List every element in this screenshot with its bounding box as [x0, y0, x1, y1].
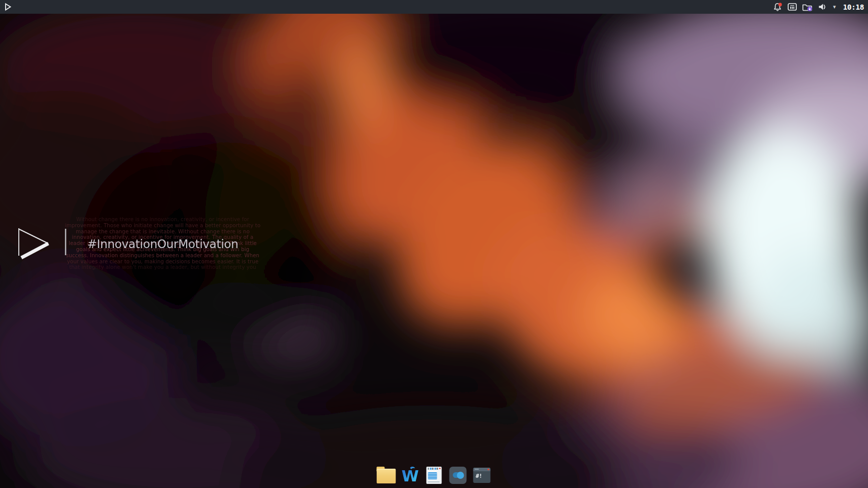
secure-folder-icon[interactable]	[802, 2, 813, 12]
dock-item-text-editor[interactable]	[424, 465, 444, 485]
volume-icon[interactable]	[818, 2, 827, 12]
hashtag-slogan: #InnovationOurMotivation	[56, 237, 270, 251]
shebang-terminal-icon: #!	[473, 468, 491, 483]
panel-arrow-icon[interactable]: ▾	[832, 2, 837, 12]
system-tray: ▾ 10:18	[773, 2, 864, 12]
notifications-bell-icon[interactable]	[773, 2, 783, 12]
app-menu-button[interactable]	[3, 3, 12, 12]
quote-line: success. Innovation distinguishes betwee…	[56, 253, 270, 259]
svg-text:W: W	[401, 467, 418, 485]
quote-line: that integrity alone won't make you a le…	[56, 264, 270, 270]
clock[interactable]: 10:18	[843, 3, 864, 11]
quote-line: improvement. Those who initiate change w…	[56, 223, 270, 229]
quote-line: manage the change that is inevitable. Wi…	[56, 229, 270, 235]
shebang-glyph: #!	[476, 473, 483, 479]
dock-item-waterfox-browser[interactable]: W	[400, 465, 421, 485]
dock-item-settings-toggles[interactable]	[447, 465, 468, 485]
dock-item-file-manager[interactable]	[376, 465, 397, 485]
editor-window-icon	[427, 467, 442, 484]
clipboard-panel-icon[interactable]	[787, 2, 797, 12]
toggle-switch-icon	[450, 467, 467, 484]
folder-icon	[377, 467, 396, 483]
dock-item-terminal[interactable]: #!	[471, 465, 492, 485]
editor-close-dot	[439, 468, 441, 470]
editor-selection-block	[428, 472, 437, 479]
top-panel: ▾ 10:18	[0, 0, 868, 14]
hefftor-play-icon	[4, 3, 12, 11]
dock: W #!	[376, 465, 492, 485]
quote-line: your values are clear to you, making dec…	[56, 259, 270, 265]
quote-line: Without change there is no innovation, c…	[56, 217, 270, 223]
waterfox-w-icon: W	[400, 465, 421, 485]
